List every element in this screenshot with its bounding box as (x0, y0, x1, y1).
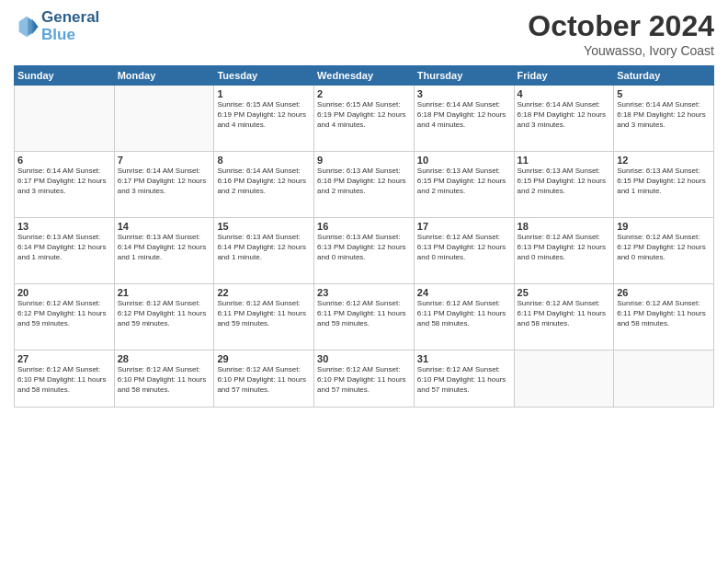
table-row: 15Sunrise: 6:13 AM Sunset: 6:14 PM Dayli… (214, 218, 314, 284)
logo: General Blue (14, 9, 99, 43)
day-number: 19 (617, 221, 711, 232)
day-number: 12 (617, 155, 711, 166)
table-row: 6Sunrise: 6:14 AM Sunset: 6:17 PM Daylig… (15, 152, 115, 218)
day-info: Sunrise: 6:13 AM Sunset: 6:14 PM Dayligh… (217, 233, 311, 262)
table-row: 27Sunrise: 6:12 AM Sunset: 6:10 PM Dayli… (15, 350, 115, 408)
table-row: 16Sunrise: 6:13 AM Sunset: 6:13 PM Dayli… (314, 218, 415, 284)
table-row: 29Sunrise: 6:12 AM Sunset: 6:10 PM Dayli… (214, 350, 314, 408)
table-row: 11Sunrise: 6:13 AM Sunset: 6:15 PM Dayli… (514, 152, 614, 218)
day-info: Sunrise: 6:13 AM Sunset: 6:15 PM Dayligh… (417, 167, 511, 196)
table-row: 22Sunrise: 6:12 AM Sunset: 6:11 PM Dayli… (214, 284, 314, 350)
table-row: 10Sunrise: 6:13 AM Sunset: 6:15 PM Dayli… (414, 152, 514, 218)
day-number: 2 (317, 88, 411, 99)
day-number: 24 (417, 287, 511, 298)
day-number: 5 (617, 88, 711, 99)
day-info: Sunrise: 6:14 AM Sunset: 6:17 PM Dayligh… (17, 167, 111, 196)
day-number: 1 (217, 88, 311, 99)
day-info: Sunrise: 6:13 AM Sunset: 6:15 PM Dayligh… (617, 167, 711, 196)
calendar-week-row: 27Sunrise: 6:12 AM Sunset: 6:10 PM Dayli… (15, 350, 714, 408)
day-number: 29 (217, 353, 311, 364)
table-row: 28Sunrise: 6:12 AM Sunset: 6:10 PM Dayli… (114, 350, 214, 408)
day-number: 23 (317, 287, 411, 298)
table-row: 21Sunrise: 6:12 AM Sunset: 6:12 PM Dayli… (114, 284, 214, 350)
month-title: October 2024 (528, 9, 714, 43)
day-number: 7 (118, 155, 211, 166)
day-number: 4 (518, 88, 611, 99)
table-row (114, 86, 214, 152)
day-info: Sunrise: 6:14 AM Sunset: 6:18 PM Dayligh… (518, 100, 611, 130)
table-row (15, 86, 115, 152)
day-info: Sunrise: 6:12 AM Sunset: 6:10 PM Dayligh… (17, 365, 111, 395)
day-info: Sunrise: 6:12 AM Sunset: 6:10 PM Dayligh… (217, 365, 311, 395)
calendar-week-row: 1Sunrise: 6:15 AM Sunset: 6:19 PM Daylig… (15, 86, 714, 152)
table-row: 19Sunrise: 6:12 AM Sunset: 6:12 PM Dayli… (614, 218, 714, 284)
day-info: Sunrise: 6:13 AM Sunset: 6:14 PM Dayligh… (17, 233, 111, 262)
day-info: Sunrise: 6:15 AM Sunset: 6:19 PM Dayligh… (217, 100, 311, 130)
calendar-header-row: Sunday Monday Tuesday Wednesday Thursday… (15, 66, 714, 86)
table-row: 4Sunrise: 6:14 AM Sunset: 6:18 PM Daylig… (514, 86, 614, 152)
day-info: Sunrise: 6:14 AM Sunset: 6:18 PM Dayligh… (417, 100, 511, 130)
day-info: Sunrise: 6:12 AM Sunset: 6:11 PM Dayligh… (518, 299, 611, 328)
day-info: Sunrise: 6:14 AM Sunset: 6:17 PM Dayligh… (118, 167, 211, 196)
day-number: 10 (417, 155, 511, 166)
table-row: 14Sunrise: 6:13 AM Sunset: 6:14 PM Dayli… (114, 218, 214, 284)
table-row: 7Sunrise: 6:14 AM Sunset: 6:17 PM Daylig… (114, 152, 214, 218)
day-number: 11 (518, 155, 611, 166)
col-wednesday: Wednesday (314, 66, 415, 86)
day-number: 8 (217, 155, 311, 166)
day-number: 22 (217, 287, 311, 298)
table-row: 18Sunrise: 6:12 AM Sunset: 6:13 PM Dayli… (514, 218, 614, 284)
day-info: Sunrise: 6:13 AM Sunset: 6:16 PM Dayligh… (317, 167, 411, 196)
col-monday: Monday (114, 66, 214, 86)
day-number: 6 (17, 155, 111, 166)
logo-line2: Blue (41, 27, 99, 44)
table-row: 12Sunrise: 6:13 AM Sunset: 6:15 PM Dayli… (614, 152, 714, 218)
day-number: 13 (17, 221, 111, 232)
day-info: Sunrise: 6:12 AM Sunset: 6:13 PM Dayligh… (518, 233, 611, 262)
day-info: Sunrise: 6:12 AM Sunset: 6:12 PM Dayligh… (118, 299, 211, 328)
col-friday: Friday (514, 66, 614, 86)
day-number: 17 (417, 221, 511, 232)
day-number: 18 (518, 221, 611, 232)
day-number: 21 (118, 287, 211, 298)
day-info: Sunrise: 6:15 AM Sunset: 6:19 PM Dayligh… (317, 100, 411, 130)
table-row: 20Sunrise: 6:12 AM Sunset: 6:12 PM Dayli… (15, 284, 115, 350)
table-row (514, 350, 614, 408)
day-number: 26 (617, 287, 711, 298)
day-info: Sunrise: 6:12 AM Sunset: 6:10 PM Dayligh… (317, 365, 411, 395)
table-row: 1Sunrise: 6:15 AM Sunset: 6:19 PM Daylig… (214, 86, 314, 152)
day-info: Sunrise: 6:12 AM Sunset: 6:13 PM Dayligh… (417, 233, 511, 262)
table-row: 8Sunrise: 6:14 AM Sunset: 6:16 PM Daylig… (214, 152, 314, 218)
col-tuesday: Tuesday (214, 66, 314, 86)
logo-icon (14, 14, 40, 40)
page-header: General Blue October 2024 Youwasso, Ivor… (14, 9, 714, 58)
title-block: October 2024 Youwasso, Ivory Coast (528, 9, 714, 58)
table-row: 31Sunrise: 6:12 AM Sunset: 6:10 PM Dayli… (414, 350, 514, 408)
location-subtitle: Youwasso, Ivory Coast (528, 43, 714, 58)
day-info: Sunrise: 6:12 AM Sunset: 6:11 PM Dayligh… (317, 299, 411, 328)
day-info: Sunrise: 6:12 AM Sunset: 6:11 PM Dayligh… (217, 299, 311, 328)
day-info: Sunrise: 6:12 AM Sunset: 6:11 PM Dayligh… (417, 299, 511, 328)
col-sunday: Sunday (15, 66, 115, 86)
calendar-week-row: 13Sunrise: 6:13 AM Sunset: 6:14 PM Dayli… (15, 218, 714, 284)
svg-marker-2 (28, 17, 35, 36)
table-row: 3Sunrise: 6:14 AM Sunset: 6:18 PM Daylig… (414, 86, 514, 152)
day-number: 27 (17, 353, 111, 364)
table-row (614, 350, 714, 408)
day-number: 15 (217, 221, 311, 232)
day-info: Sunrise: 6:13 AM Sunset: 6:13 PM Dayligh… (317, 233, 411, 262)
table-row: 24Sunrise: 6:12 AM Sunset: 6:11 PM Dayli… (414, 284, 514, 350)
day-number: 31 (417, 353, 511, 364)
day-number: 16 (317, 221, 411, 232)
col-saturday: Saturday (614, 66, 714, 86)
table-row: 5Sunrise: 6:14 AM Sunset: 6:18 PM Daylig… (614, 86, 714, 152)
table-row: 25Sunrise: 6:12 AM Sunset: 6:11 PM Dayli… (514, 284, 614, 350)
day-number: 25 (518, 287, 611, 298)
logo-line1: General (41, 9, 99, 27)
day-info: Sunrise: 6:12 AM Sunset: 6:12 PM Dayligh… (17, 299, 111, 328)
day-info: Sunrise: 6:12 AM Sunset: 6:11 PM Dayligh… (617, 299, 711, 328)
table-row: 13Sunrise: 6:13 AM Sunset: 6:14 PM Dayli… (15, 218, 115, 284)
day-number: 30 (317, 353, 411, 364)
day-number: 9 (317, 155, 411, 166)
table-row: 30Sunrise: 6:12 AM Sunset: 6:10 PM Dayli… (314, 350, 415, 408)
